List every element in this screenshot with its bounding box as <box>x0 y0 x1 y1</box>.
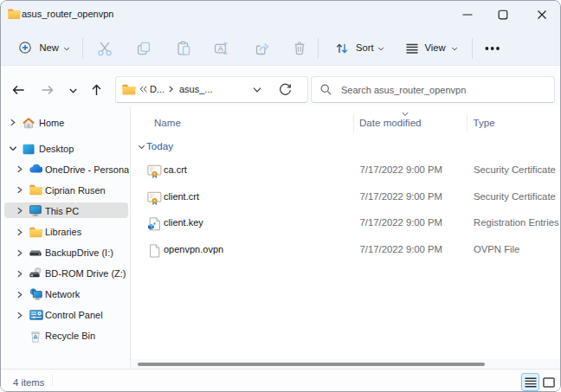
svg-text:A: A <box>218 44 223 53</box>
